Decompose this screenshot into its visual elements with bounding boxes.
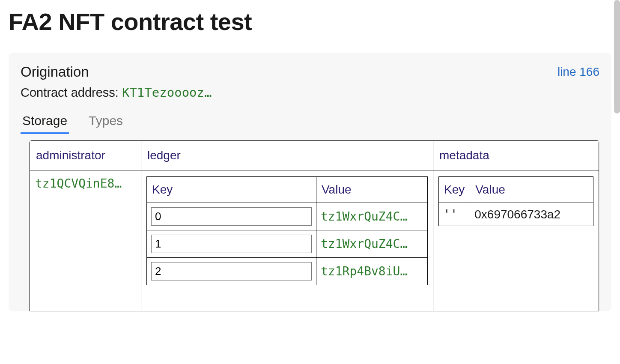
storage-data-row: tz1QCVQinE8… Key Value [30,170,599,311]
ledger-key-header: Key [147,177,316,203]
ledger-value-2: tz1Rp4Bv8iU… [321,264,423,278]
col-metadata: metadata [433,141,599,170]
contract-address-row: Contract address: KT1Tezooooz… [21,85,599,100]
ledger-table: Key Value tz1WxrQuZ4 [146,176,428,285]
administrator-cell: tz1QCVQinE8… [30,170,141,311]
metadata-key-header: Key [439,177,470,203]
ledger-value-0: tz1WxrQuZ4C… [321,209,423,224]
ledger-key-cell [147,203,316,230]
ledger-value-1: tz1WxrQuZ4C… [321,237,423,251]
metadata-cell: Key Value '' 0x697066733a2 [433,170,599,311]
scrollbar[interactable] [614,0,620,113]
tab-storage[interactable]: Storage [21,113,69,134]
origination-header: Origination line 166 [21,64,599,80]
contract-address-label: Contract address: [21,86,122,99]
ledger-cell: Key Value tz1WxrQuZ4 [141,170,433,311]
table-row: tz1WxrQuZ4C… [147,203,428,230]
storage-header-row: administrator ledger metadata [30,141,599,170]
ledger-value-cell: tz1Rp4Bv8iU… [316,258,428,285]
contract-address-value[interactable]: KT1Tezooooz… [122,85,212,100]
ledger-value-cell: tz1WxrQuZ4C… [316,230,428,258]
metadata-table: Key Value '' 0x697066733a2 [438,176,593,226]
metadata-header-row: Key Value [439,177,593,203]
table-row: '' 0x697066733a2 [439,203,593,226]
line-link[interactable]: line 166 [557,65,599,79]
table-row: tz1WxrQuZ4C… [147,230,428,258]
administrator-value: tz1QCVQinE8… [35,176,136,191]
origination-card: Origination line 166 Contract address: K… [9,53,611,311]
ledger-key-input-1[interactable] [151,235,312,253]
storage-table: administrator ledger metadata tz1QCVQinE… [30,140,599,311]
page-title: FA2 NFT contract test [0,0,620,43]
origination-title: Origination [21,64,89,80]
storage-panel: administrator ledger metadata tz1QCVQinE… [29,140,599,311]
col-ledger: ledger [141,141,433,170]
tabs: Storage Types [21,113,599,134]
ledger-key-input-2[interactable] [151,262,312,280]
table-row: tz1Rp4Bv8iU… [147,258,428,285]
metadata-key-0: '' [439,203,470,226]
metadata-value-header: Value [470,177,593,203]
ledger-key-cell [147,258,316,285]
ledger-value-cell: tz1WxrQuZ4C… [316,203,428,230]
tab-types[interactable]: Types [87,113,125,134]
metadata-value-0: 0x697066733a2 [470,203,593,226]
ledger-key-input-0[interactable] [151,207,312,226]
ledger-key-cell [147,230,316,258]
col-administrator: administrator [30,141,141,170]
ledger-value-header: Value [316,177,428,203]
ledger-header-row: Key Value [147,177,428,203]
